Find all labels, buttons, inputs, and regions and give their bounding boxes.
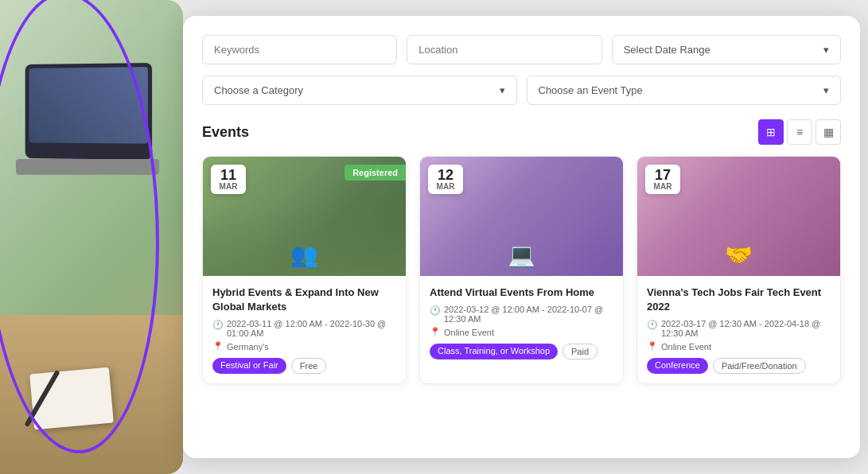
card-meta-3: 🕐 2022-03-17 @ 12:30 AM - 2022-04-18 @ 1… bbox=[647, 319, 831, 338]
event-type-label: Choose an Event Type bbox=[539, 84, 643, 96]
card-datetime-2: 2022-03-12 @ 12:00 AM - 2022-10-07 @ 12:… bbox=[444, 305, 613, 324]
card-meta-1: 🕐 2022-03-11 @ 12:00 AM - 2022-10-30 @ 0… bbox=[212, 319, 396, 338]
date-badge-2: 12 MAR bbox=[428, 165, 463, 194]
date-range-label: Select Date Range bbox=[624, 44, 710, 56]
pin-icon-1: 📍 bbox=[212, 341, 224, 352]
card-tags-2: Class, Training, or Workshop Paid bbox=[430, 344, 613, 359]
keywords-input[interactable] bbox=[202, 35, 397, 64]
calendar-icon: ▦ bbox=[823, 126, 834, 138]
location-text-1: Germany's bbox=[227, 342, 269, 352]
chevron-down-icon: ▾ bbox=[823, 84, 829, 96]
category-label: Choose a Category bbox=[214, 84, 303, 96]
event-card-1[interactable]: 11 MAR Registered Hybrid Events & Expand… bbox=[202, 156, 407, 384]
pin-icon-2: 📍 bbox=[430, 327, 441, 337]
date-day-2: 12 bbox=[434, 168, 457, 182]
registered-badge-1: Registered bbox=[344, 165, 406, 181]
card-datetime-1: 2022-03-11 @ 12:00 AM - 2022-10-30 @ 01:… bbox=[227, 319, 396, 338]
tag-price-1: Free bbox=[291, 358, 327, 374]
left-decoration bbox=[0, 0, 191, 474]
card-tags-1: Festival or Fair Free bbox=[212, 358, 396, 374]
card-body-1: Hybrid Events & Expand Into New Global M… bbox=[203, 276, 406, 383]
card-tags-3: Conference Paid/Free/Donation bbox=[647, 358, 831, 374]
location-text-2: Online Event bbox=[444, 328, 494, 337]
clock-icon-1: 🕐 bbox=[212, 320, 224, 330]
event-type-select[interactable]: Choose an Event Type ▾ bbox=[527, 76, 842, 105]
view-controls: ⊞ ≡ ▦ bbox=[758, 119, 841, 145]
tag-price-3: Paid/Free/Donation bbox=[713, 358, 806, 374]
filter-row: Choose a Category ▾ Choose an Event Type… bbox=[202, 76, 841, 105]
date-badge-3: 17 MAR bbox=[645, 165, 680, 194]
clock-icon-3: 🕐 bbox=[647, 320, 658, 330]
card-meta-2: 🕐 2022-03-12 @ 12:00 AM - 2022-10-07 @ 1… bbox=[430, 305, 613, 324]
event-card-3[interactable]: 17 MAR Vienna's Tech Jobs Fair Tech Even… bbox=[636, 156, 841, 384]
card-location-3: 📍 Online Event bbox=[647, 341, 831, 352]
card-title-1: Hybrid Events & Expand Into New Global M… bbox=[212, 286, 396, 314]
card-image-wrap-1: 11 MAR Registered bbox=[203, 157, 406, 276]
tag-category-2: Class, Training, or Workshop bbox=[430, 344, 558, 359]
date-month-3: MAR bbox=[652, 182, 674, 191]
grid-icon: ⊞ bbox=[766, 126, 776, 138]
list-view-button[interactable]: ≡ bbox=[787, 119, 812, 145]
tag-category-1: Festival or Fair bbox=[212, 358, 286, 374]
grid-view-button[interactable]: ⊞ bbox=[758, 119, 784, 145]
card-datetime-3: 2022-03-17 @ 12:30 AM - 2022-04-18 @ 12:… bbox=[661, 319, 831, 338]
event-card-2[interactable]: 12 MAR Attend Virtual Events From Home 🕐… bbox=[419, 156, 624, 384]
tag-category-3: Conference bbox=[647, 358, 708, 374]
clock-icon-2: 🕐 bbox=[430, 305, 441, 316]
card-image-wrap-3: 17 MAR bbox=[637, 157, 840, 276]
card-location-1: 📍 Germany's bbox=[212, 341, 396, 352]
list-icon: ≡ bbox=[796, 126, 803, 138]
events-header: Events ⊞ ≡ ▦ bbox=[202, 119, 841, 145]
card-location-2: 📍 Online Event bbox=[430, 327, 613, 337]
location-input[interactable] bbox=[407, 35, 601, 64]
events-grid: 11 MAR Registered Hybrid Events & Expand… bbox=[202, 156, 841, 384]
card-image-wrap-2: 12 MAR bbox=[420, 157, 623, 276]
date-range-select[interactable]: Select Date Range ▾ bbox=[612, 35, 841, 64]
chevron-down-icon: ▾ bbox=[823, 44, 829, 56]
search-row: Select Date Range ▾ bbox=[202, 35, 841, 64]
category-select[interactable]: Choose a Category ▾ bbox=[202, 76, 517, 105]
main-panel: Select Date Range ▾ Choose a Category ▾ … bbox=[183, 16, 860, 458]
location-text-3: Online Event bbox=[661, 342, 711, 352]
card-title-2: Attend Virtual Events From Home bbox=[430, 286, 613, 300]
chevron-down-icon: ▾ bbox=[500, 84, 505, 96]
date-day-3: 17 bbox=[652, 168, 674, 182]
date-badge-1: 11 MAR bbox=[211, 165, 246, 194]
tag-price-2: Paid bbox=[562, 344, 597, 359]
date-day-1: 11 bbox=[217, 168, 239, 182]
card-body-3: Vienna's Tech Jobs Fair Tech Event 2022 … bbox=[637, 276, 840, 383]
pin-icon-3: 📍 bbox=[647, 341, 658, 352]
card-title-3: Vienna's Tech Jobs Fair Tech Event 2022 bbox=[647, 286, 831, 314]
date-month-2: MAR bbox=[434, 182, 457, 191]
card-body-2: Attend Virtual Events From Home 🕐 2022-0… bbox=[420, 276, 623, 369]
calendar-view-button[interactable]: ▦ bbox=[815, 119, 841, 145]
events-title: Events bbox=[202, 124, 249, 141]
date-month-1: MAR bbox=[217, 182, 239, 191]
